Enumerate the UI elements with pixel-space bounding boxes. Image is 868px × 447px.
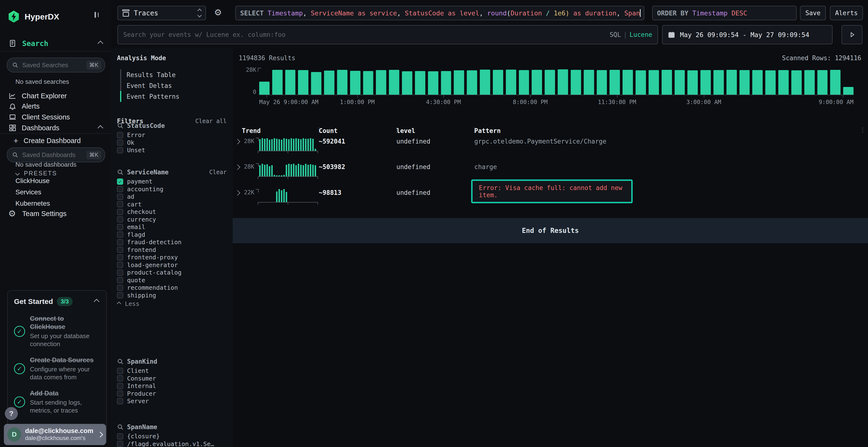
results-histogram[interactable]	[259, 69, 854, 95]
create-dashboard-button[interactable]: + Create Dashboard	[13, 135, 81, 146]
presets-toggle[interactable]: PRESETS	[16, 169, 57, 177]
sql-select-input[interactable]: SELECT Timestamp, ServiceName as service…	[235, 6, 644, 20]
histogram-bar[interactable]	[843, 87, 854, 95]
histogram-bar[interactable]	[726, 70, 737, 95]
col-header-count[interactable]: Count	[319, 127, 338, 134]
histogram-bar[interactable]	[584, 70, 594, 95]
checkbox-unchecked[interactable]	[117, 285, 123, 291]
histogram-bar[interactable]	[752, 70, 763, 95]
sidebar-item-chart-explorer[interactable]: Chart Explorer	[0, 90, 111, 101]
checkbox-unchecked[interactable]	[117, 390, 123, 397]
chevron-up-icon[interactable]	[94, 299, 99, 304]
filter-option-quote[interactable]: quote	[117, 276, 227, 284]
sidebar-item-dashboards[interactable]: Dashboards	[0, 122, 111, 133]
help-button[interactable]: ?	[5, 407, 18, 420]
order-by-input[interactable]: ORDER BY Timestamp DESC	[652, 6, 797, 20]
filter-option-error[interactable]: Error	[117, 131, 227, 139]
histogram-bar[interactable]	[337, 70, 347, 95]
sidebar-item-alerts[interactable]: Alerts	[0, 101, 111, 112]
histogram-bar[interactable]	[765, 70, 776, 95]
checkbox-unchecked[interactable]	[117, 375, 123, 381]
filter-option-ok[interactable]: Ok	[117, 139, 227, 146]
sql-mode-toggle[interactable]: SQL	[610, 31, 621, 38]
histogram-bar[interactable]	[649, 70, 659, 95]
saved-dashboards-input[interactable]: Saved Dashboards ⌘K	[7, 147, 105, 162]
row-expand-icon[interactable]	[235, 190, 240, 196]
filter-option-recommendation[interactable]: recommendation	[117, 284, 227, 291]
col-header-level[interactable]: level	[396, 127, 415, 134]
histogram-bar[interactable]	[636, 70, 646, 95]
filter-option-checkout[interactable]: checkout	[117, 208, 227, 215]
filter-option-payment[interactable]: ✓payment	[117, 178, 227, 185]
checkbox-unchecked[interactable]	[117, 441, 123, 447]
histogram-bar[interactable]	[532, 70, 542, 95]
checkbox-unchecked[interactable]	[117, 368, 123, 374]
checkbox-unchecked[interactable]	[117, 147, 123, 153]
col-header-trend[interactable]: Trend	[242, 127, 261, 134]
histogram-bar[interactable]	[791, 70, 802, 95]
checkbox-unchecked[interactable]	[117, 254, 123, 261]
histogram-bar[interactable]	[389, 70, 399, 95]
checkbox-unchecked[interactable]	[117, 232, 123, 238]
preset-item-clickhouse[interactable]: ClickHouse	[16, 177, 50, 185]
histogram-bar[interactable]	[817, 70, 828, 95]
checkbox-unchecked[interactable]	[117, 398, 123, 404]
histogram-bar[interactable]	[740, 70, 750, 95]
histogram-bar[interactable]	[272, 70, 283, 95]
histogram-bar[interactable]	[623, 70, 633, 95]
checkbox-unchecked[interactable]	[117, 277, 123, 283]
highlighted-pattern-box[interactable]: Error: Visa cache full: cannot add new i…	[471, 179, 633, 203]
checkbox-unchecked[interactable]	[117, 262, 123, 268]
checkbox-unchecked[interactable]	[117, 247, 123, 253]
filter-option--flagd-evaluation-v1-se-[interactable]: /flagd.evaluation.v1.Se…	[117, 440, 227, 447]
sidebar-item-team-settings[interactable]: ⚙ Team Settings	[0, 208, 111, 219]
histogram-bar[interactable]	[804, 70, 815, 95]
analysis-mode-event-patterns[interactable]: Event Patterns	[120, 91, 221, 102]
get-started-item[interactable]: ✓Connect to ClickHouseSet up your databa…	[14, 315, 100, 348]
checkbox-unchecked[interactable]	[117, 383, 123, 389]
histogram-bar[interactable]	[545, 70, 555, 95]
checkbox-unchecked[interactable]	[117, 270, 123, 276]
checkbox-unchecked[interactable]	[117, 139, 123, 146]
preset-item-kubernetes[interactable]: Kubernetes	[16, 200, 50, 207]
row-expand-icon[interactable]	[235, 165, 240, 170]
histogram-bar[interactable]	[675, 70, 685, 95]
histogram-bar[interactable]	[467, 70, 477, 95]
checkbox-unchecked[interactable]	[117, 132, 123, 138]
source-settings-button[interactable]: ⚙	[214, 8, 222, 17]
col-header-pattern[interactable]: Pattern	[474, 127, 501, 134]
histogram-bar[interactable]	[454, 70, 464, 95]
filter-option--closure-[interactable]: {closure}	[117, 433, 227, 440]
filter-option-ad[interactable]: ad	[117, 193, 227, 200]
histogram-bar[interactable]	[830, 70, 840, 95]
histogram-bar[interactable]	[713, 70, 724, 95]
checkbox-unchecked[interactable]	[117, 201, 123, 207]
histogram-bar[interactable]	[558, 69, 568, 95]
histogram-bar[interactable]	[597, 70, 607, 95]
checkbox-unchecked[interactable]	[117, 433, 123, 440]
checkbox-unchecked[interactable]	[117, 292, 123, 299]
lucene-search-input[interactable]: Search your events w/ Lucene ex. column:…	[117, 25, 658, 44]
histogram-bar[interactable]	[402, 71, 412, 95]
alerts-button[interactable]: Alerts	[830, 6, 863, 20]
analysis-mode-event-deltas[interactable]: Event Deltas	[120, 80, 221, 91]
histogram-bar[interactable]	[285, 70, 296, 95]
row-expand-icon[interactable]	[235, 139, 240, 144]
sidebar-item-client-sessions[interactable]: Client Sessions	[0, 111, 111, 123]
histogram-bar[interactable]	[571, 70, 581, 95]
sidebar-item-search[interactable]: Search	[0, 38, 111, 49]
run-query-button[interactable]	[841, 25, 863, 44]
preset-item-services[interactable]: Services	[16, 188, 41, 196]
histogram-bar[interactable]	[778, 70, 789, 95]
filter-option-internal[interactable]: Internal	[117, 382, 227, 390]
get-started-item[interactable]: ✓Create Data SourcesConfigure where your…	[14, 356, 100, 381]
filter-option-client[interactable]: Client	[117, 367, 227, 375]
histogram-bar[interactable]	[441, 71, 452, 95]
source-select[interactable]: Traces	[117, 6, 206, 20]
histogram-bar[interactable]	[610, 70, 620, 95]
histogram-bar[interactable]	[376, 70, 386, 95]
filter-option-flagd[interactable]: flagd	[117, 231, 227, 238]
show-less-toggle[interactable]: Less	[117, 300, 227, 308]
histogram-bar[interactable]	[415, 71, 425, 95]
histogram-bar[interactable]	[363, 71, 373, 95]
